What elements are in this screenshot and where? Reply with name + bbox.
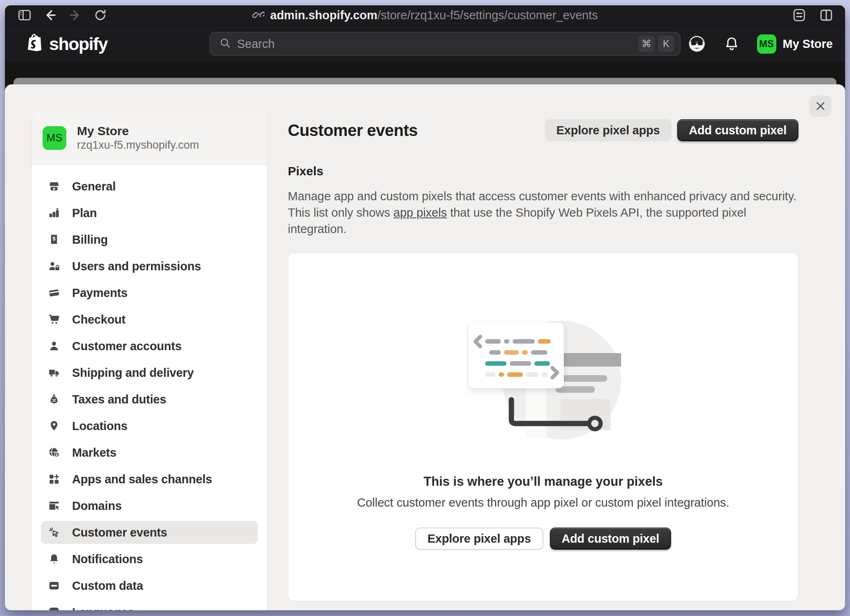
sidebar-item-custom-data[interactable]: Custom data: [41, 574, 258, 597]
sidebar-item-shipping-and-delivery[interactable]: Shipping and delivery: [41, 361, 258, 384]
forward-icon[interactable]: [68, 8, 83, 23]
sidebar-item-checkout[interactable]: Checkout: [41, 308, 258, 331]
sidebar-item-label: Languages: [72, 606, 134, 611]
store-domain: rzq1xu-f5.myshopify.com: [77, 138, 199, 152]
explore-pixel-apps-button[interactable]: Explore pixel apps: [545, 119, 671, 141]
customer-events-icon: [47, 526, 61, 539]
store-switcher[interactable]: MS My Store: [757, 34, 833, 54]
page-title: Customer events: [288, 121, 545, 140]
browser-settings-icon[interactable]: [792, 8, 807, 23]
topbar-store-name: My Store: [783, 37, 833, 51]
sidebar-item-label: Apps and sales channels: [72, 473, 212, 486]
pixels-description: Manage app and custom pixels that access…: [288, 188, 798, 237]
settings-content: Customer events Explore pixel apps Add c…: [288, 84, 798, 601]
sidebar-item-apps-and-sales-channels[interactable]: Apps and sales channels: [41, 468, 258, 491]
apps-icon: [47, 473, 61, 486]
svg-text:$: $: [56, 453, 58, 457]
pixels-illustration: [466, 318, 621, 441]
shopify-logo: shopify: [5, 33, 107, 54]
shipping-icon: [47, 366, 61, 379]
sidebar-item-customer-accounts[interactable]: Customer accounts: [41, 335, 258, 358]
sidebar-item-label: Plan: [72, 206, 97, 220]
sidekick-assistant-icon[interactable]: [687, 34, 706, 53]
store-name: My Store: [77, 124, 199, 138]
billing-icon: $: [47, 233, 61, 246]
explore-pixel-apps-button[interactable]: Explore pixel apps: [415, 528, 543, 550]
sidebar-toggle-icon[interactable]: [17, 8, 32, 23]
admin-page-area: MS My Store rzq1xu-f5.myshopify.com Gene…: [5, 62, 845, 610]
sidebar-item-label: Customer events: [72, 526, 167, 539]
sidebar-item-label: General: [72, 180, 116, 193]
sidebar-item-label: Customer accounts: [72, 340, 181, 353]
url-text: admin.shopify.com/store/rzq1xu-f5/settin…: [270, 9, 598, 22]
sidebar-item-customer-events[interactable]: Customer events: [41, 521, 258, 544]
admin-topbar: shopify Search ⌘ K: [5, 25, 845, 62]
sidebar-item-taxes-and-duties[interactable]: Taxes and duties: [41, 388, 258, 411]
split-view-icon[interactable]: [819, 8, 834, 23]
sidebar-item-payments[interactable]: Payments: [41, 281, 258, 304]
shopify-bag-icon: [26, 33, 45, 54]
link-icon: [252, 8, 264, 22]
store-icon: [47, 180, 61, 193]
sidebar-item-label: Users and permissions: [72, 260, 201, 273]
store-header: MS My Store rzq1xu-f5.myshopify.com: [32, 111, 267, 165]
search-icon: [219, 37, 231, 51]
svg-text:$: $: [53, 236, 56, 242]
k-keycap: K: [658, 36, 674, 52]
search-placeholder: Search: [237, 37, 635, 51]
sidebar-item-general[interactable]: General: [41, 175, 258, 198]
sidebar-item-label: Custom data: [72, 579, 143, 593]
settings-sidebar: MS My Store rzq1xu-f5.myshopify.com Gene…: [32, 111, 267, 610]
locations-icon: [47, 419, 61, 433]
languages-icon: A文: [47, 606, 61, 610]
domains-icon: [47, 499, 61, 512]
taxes-icon: [47, 393, 61, 406]
store-avatar: MS: [43, 126, 66, 150]
custom-data-icon: [47, 579, 61, 592]
add-custom-pixel-button[interactable]: Add custom pixel: [550, 528, 671, 550]
pixels-empty-state-card: This is where you’ll manage your pixels …: [288, 253, 798, 601]
app-pixels-link[interactable]: app pixels: [393, 206, 447, 219]
plan-icon: [47, 206, 61, 220]
cmd-keycap: ⌘: [638, 36, 655, 52]
sidebar-item-languages[interactable]: A文Languages: [41, 601, 258, 610]
sidebar-item-label: Payments: [72, 286, 127, 300]
markets-icon: $: [47, 446, 61, 459]
sidebar-item-label: Billing: [72, 233, 108, 247]
checkout-icon: [47, 313, 61, 326]
shopify-wordmark: shopify: [49, 34, 107, 54]
store-avatar: MS: [757, 34, 776, 54]
sidebar-item-label: Locations: [72, 419, 127, 433]
sidebar-item-label: Notifications: [72, 553, 143, 566]
sidebar-item-domains[interactable]: Domains: [41, 494, 258, 517]
settings-modal: MS My Store rzq1xu-f5.myshopify.com Gene…: [5, 84, 845, 610]
notifications-icon: [47, 553, 61, 566]
empty-state-heading: This is where you’ll manage your pixels: [423, 474, 662, 489]
payments-icon: [47, 286, 61, 299]
sidebar-item-billing[interactable]: $Billing: [41, 228, 258, 251]
reload-icon[interactable]: [93, 8, 107, 22]
address-bar[interactable]: admin.shopify.com/store/rzq1xu-f5/settin…: [252, 5, 598, 25]
add-custom-pixel-button[interactable]: Add custom pixel: [677, 119, 799, 141]
customer-icon: [47, 340, 61, 353]
notifications-bell-icon[interactable]: [723, 36, 740, 52]
browser-toolbar: admin.shopify.com/store/rzq1xu-f5/settin…: [5, 5, 845, 25]
sidebar-item-label: Checkout: [72, 313, 126, 326]
sidebar-item-notifications[interactable]: Notifications: [41, 548, 258, 571]
settings-nav: GeneralPlan$BillingUsers and permissions…: [32, 165, 267, 610]
back-icon[interactable]: [43, 8, 57, 23]
sidebar-item-locations[interactable]: Locations: [41, 414, 258, 437]
browser-window: admin.shopify.com/store/rzq1xu-f5/settin…: [5, 5, 845, 610]
sidebar-item-plan[interactable]: Plan: [41, 202, 258, 224]
close-icon[interactable]: [810, 95, 831, 117]
users-icon: [47, 260, 61, 273]
sidebar-item-label: Domains: [72, 499, 122, 513]
sidebar-item-label: Taxes and duties: [72, 393, 166, 406]
empty-state-subtext: Collect customer events through app pixe…: [357, 496, 729, 510]
sidebar-item-users-and-permissions[interactable]: Users and permissions: [41, 255, 258, 278]
sidebar-item-label: Shipping and delivery: [72, 366, 194, 380]
sidebar-item-markets[interactable]: $Markets: [41, 441, 258, 464]
svg-text:文: 文: [54, 610, 59, 610]
sidebar-item-label: Markets: [72, 446, 116, 460]
search-input[interactable]: Search ⌘ K: [210, 32, 680, 56]
